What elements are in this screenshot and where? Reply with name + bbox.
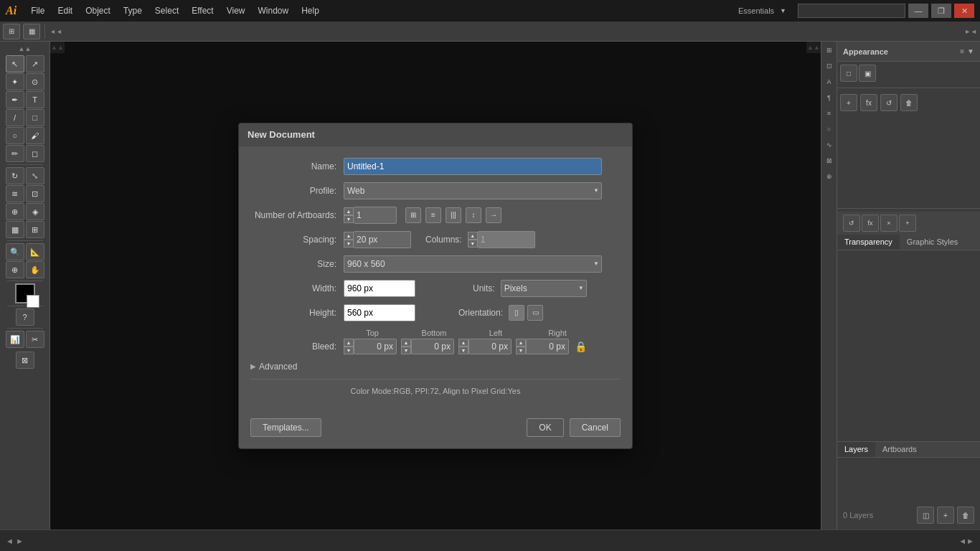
mesh-tool[interactable]: ⊞: [26, 221, 44, 238]
layout-arrow-icon[interactable]: →: [486, 207, 501, 223]
advanced-row[interactable]: ▶ Advanced: [250, 362, 621, 372]
profile-select[interactable]: Web Print Mobile: [344, 182, 602, 199]
shape-builder-tool[interactable]: ⊕: [6, 203, 24, 220]
new-art-icon[interactable]: +: [840, 94, 857, 111]
panel-align-icon[interactable]: ⊞: [824, 44, 835, 56]
rotate-tool[interactable]: ↻: [6, 167, 24, 184]
bleed-left-up[interactable]: ▲: [458, 339, 468, 347]
landscape-icon[interactable]: ▭: [527, 305, 543, 321]
eraser-tool[interactable]: ◻: [26, 145, 44, 162]
bleed-top-input[interactable]: [354, 339, 397, 354]
layout-col-icon[interactable]: |||: [446, 207, 461, 223]
menu-effect[interactable]: Effect: [186, 3, 219, 19]
search-input[interactable]: [798, 4, 905, 18]
fill-color[interactable]: [15, 283, 35, 303]
new-layer-icon[interactable]: +: [937, 507, 954, 524]
clear-appearance-icon[interactable]: ↺: [880, 94, 897, 111]
portrait-icon[interactable]: ▯: [509, 305, 524, 321]
make-clipping-icon[interactable]: ◫: [917, 507, 934, 524]
symbol-sprayer-tool[interactable]: ?: [16, 309, 34, 326]
graph-tool[interactable]: 📊: [6, 331, 24, 348]
pencil-tool[interactable]: ✏: [6, 145, 24, 162]
ok-button[interactable]: OK: [527, 418, 563, 437]
menu-object[interactable]: Object: [80, 3, 116, 19]
panel-swatches-icon[interactable]: ⊠: [824, 155, 835, 166]
paintbrush-tool[interactable]: 🖌: [26, 127, 44, 144]
layout-grid-icon[interactable]: ⊞: [405, 207, 421, 223]
warp-tool[interactable]: ≋: [6, 185, 24, 202]
fill-square-icon[interactable]: □: [840, 65, 857, 82]
spacing-up[interactable]: ▲: [344, 232, 354, 240]
toolbar-collapse[interactable]: ▲▲: [22, 44, 28, 53]
zoom-tool[interactable]: ⊕: [6, 261, 24, 278]
bleed-lock-icon[interactable]: 🔒: [573, 339, 588, 354]
ellipse-tool[interactable]: ○: [6, 127, 24, 144]
menu-type[interactable]: Type: [118, 3, 148, 19]
panel-para-icon[interactable]: ¶: [824, 92, 835, 103]
fx-icon[interactable]: fx: [860, 94, 877, 111]
lasso-tool[interactable]: ⊙: [26, 73, 44, 90]
columns-down[interactable]: ▼: [468, 240, 478, 248]
size-select[interactable]: 960 x 560 1024 x 768: [344, 255, 602, 273]
panel-brush-icon[interactable]: ∿: [824, 139, 835, 151]
bleed-top-down[interactable]: ▼: [344, 347, 354, 354]
close-button[interactable]: ✕: [954, 4, 974, 18]
bleed-right-up[interactable]: ▲: [516, 339, 526, 347]
tab-graphic-styles[interactable]: Graphic Styles: [900, 235, 966, 250]
columns-up[interactable]: ▲: [468, 232, 478, 240]
artboards-input[interactable]: [354, 207, 397, 224]
panel-options-icon[interactable]: ≡: [960, 47, 964, 55]
panel-char-icon[interactable]: ≡: [824, 108, 835, 119]
width-input[interactable]: [344, 280, 415, 297]
workspace-dropdown-icon[interactable]: ▼: [780, 7, 786, 14]
sub-add-icon[interactable]: +: [899, 215, 916, 232]
bleed-top-up[interactable]: ▲: [344, 339, 354, 347]
bleed-left-down[interactable]: ▼: [458, 347, 468, 354]
slice-tool[interactable]: ✂: [26, 331, 44, 348]
direct-selection-tool[interactable]: ↗: [26, 55, 44, 72]
line-tool[interactable]: /: [6, 109, 24, 126]
artboards-down[interactable]: ▼: [344, 215, 354, 223]
panel-transform-icon[interactable]: ⊡: [824, 60, 835, 72]
layout-row-icon[interactable]: ≡: [425, 207, 441, 223]
menu-edit[interactable]: Edit: [52, 3, 78, 19]
sub-fx-icon[interactable]: fx: [862, 215, 879, 232]
spacing-input[interactable]: [354, 231, 411, 248]
free-transform-tool[interactable]: ⊡: [26, 185, 44, 202]
panel-collapse-icon[interactable]: ▼: [967, 47, 974, 55]
pen-tool[interactable]: ✒: [6, 91, 24, 108]
type-tool[interactable]: T: [26, 91, 44, 108]
delete-icon[interactable]: 🗑: [900, 94, 918, 111]
rect-tool[interactable]: □: [26, 109, 44, 126]
eyedropper-tool[interactable]: 🔍: [6, 243, 24, 260]
expand-icon[interactable]: ►◄: [964, 28, 977, 35]
bleed-left-input[interactable]: [468, 339, 512, 354]
bleed-bottom-up[interactable]: ▲: [401, 339, 411, 347]
magic-wand-tool[interactable]: ✦: [6, 73, 24, 90]
sub-trash-icon[interactable]: ×: [880, 215, 897, 232]
blend-tool[interactable]: ◈: [26, 203, 44, 220]
scale-tool[interactable]: ⤡: [26, 167, 44, 184]
document-name-input[interactable]: [344, 158, 602, 175]
panel-oval-icon[interactable]: ○: [824, 123, 835, 135]
stroke-color[interactable]: [27, 295, 39, 308]
gradient-tool[interactable]: ▦: [6, 221, 24, 238]
bleed-right-down[interactable]: ▼: [516, 347, 526, 354]
tab-transparency[interactable]: Transparency: [837, 235, 900, 250]
spacing-down[interactable]: ▼: [344, 240, 354, 248]
bleed-bottom-input[interactable]: [411, 339, 454, 354]
tab-artboards[interactable]: Artboards: [875, 442, 924, 457]
sub-clear-icon[interactable]: ↺: [843, 215, 860, 232]
panel-text-icon[interactable]: A: [824, 76, 835, 88]
bleed-right-input[interactable]: [526, 339, 569, 354]
measure-tool[interactable]: 📐: [26, 243, 44, 260]
minimize-button[interactable]: —: [908, 4, 928, 18]
transform-tool-btn[interactable]: ⊞: [3, 24, 20, 39]
tab-layers[interactable]: Layers: [837, 442, 875, 457]
arrange-tool-btn[interactable]: ▦: [23, 24, 40, 39]
menu-help[interactable]: Help: [296, 3, 325, 19]
units-select[interactable]: Pixels Inches Millimeters: [501, 280, 587, 297]
delete-layer-icon[interactable]: 🗑: [957, 507, 974, 524]
bleed-bottom-down[interactable]: ▼: [401, 347, 411, 354]
artboards-up[interactable]: ▲: [344, 207, 354, 215]
